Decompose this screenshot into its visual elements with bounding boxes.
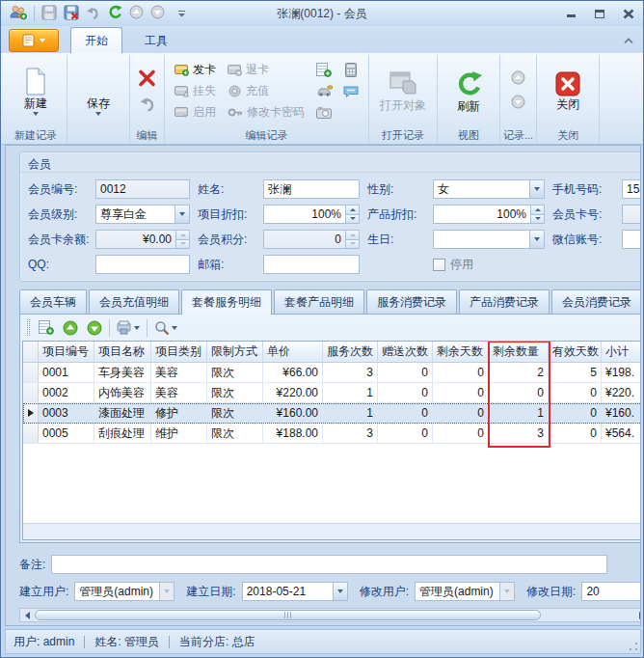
qat-save-close-button[interactable] (64, 5, 79, 23)
record-prev-button[interactable] (511, 70, 525, 88)
undo-button[interactable] (139, 96, 156, 115)
horizontal-scrollbar[interactable] (19, 608, 641, 622)
card-return-icon (228, 64, 242, 76)
tab-member-consume-record[interactable]: 会员消费记录 (551, 289, 641, 314)
column-header-subtotal[interactable]: 小计 (602, 342, 641, 362)
table-row-0003[interactable]: 0003漆面处理修护限次¥160.0010010¥160. (23, 403, 641, 424)
group-save: 保存 (67, 55, 129, 144)
column-header-limit-mode[interactable]: 限制方式 (207, 342, 263, 362)
preview-dropdown-icon (172, 326, 177, 330)
birthday-field[interactable] (433, 230, 529, 249)
column-header-service-count[interactable]: 服务次数 (323, 342, 378, 362)
column-header-item-no[interactable]: 项目编号 (39, 342, 94, 362)
gender-field[interactable]: 女 (433, 179, 529, 199)
product-discount-spinner[interactable] (531, 205, 545, 224)
record-next-button[interactable] (511, 95, 525, 112)
column-header-item-category[interactable]: 项目类别 (151, 342, 207, 362)
qat-refresh-button[interactable] (107, 5, 122, 22)
vehicle-button[interactable] (313, 82, 335, 100)
preview-button[interactable] (152, 318, 179, 338)
group-open-record-label: 打开记录 (372, 127, 434, 144)
new-button[interactable]: 新建 (12, 65, 60, 119)
column-header-remain-qty[interactable]: 剩余数量 (489, 342, 549, 362)
move-up-button[interactable] (61, 318, 80, 338)
column-header-valid-days[interactable]: 有效天数 (549, 342, 602, 362)
item-discount-spinner[interactable] (346, 205, 360, 224)
member-name-label: 姓名: (198, 181, 263, 198)
minimize-button[interactable] (564, 8, 577, 19)
points-spin-down (346, 240, 360, 250)
report-loss-button: 挂失 (172, 82, 219, 100)
delete-button[interactable] (137, 69, 157, 91)
add-record-button[interactable] (37, 318, 56, 338)
table-row-0001[interactable]: 0001车身美容美容限次¥66.0030025¥198. (23, 363, 641, 383)
qat-undo-button[interactable] (86, 6, 100, 22)
scroll-right-button[interactable] (634, 609, 641, 621)
tab-recharge-detail[interactable]: 会员充值明细 (89, 289, 179, 314)
calculator-button[interactable] (340, 61, 362, 79)
qq-field[interactable] (95, 255, 190, 274)
qat-next-record-button[interactable] (150, 5, 165, 22)
move-down-button[interactable] (85, 318, 104, 338)
mobile-field[interactable]: 158 (622, 179, 641, 199)
wechat-field[interactable] (622, 230, 641, 249)
close-form-button[interactable]: 关闭 (544, 69, 592, 114)
ribbon-tab-start[interactable]: 开始 (70, 27, 122, 53)
record-add-button[interactable] (313, 61, 335, 79)
record-add-icon (316, 63, 332, 77)
cell-unit-price: ¥66.00 (263, 363, 323, 382)
scrollbar-thumb[interactable] (35, 610, 541, 620)
column-header-remain-days[interactable]: 剩余天数 (433, 342, 489, 362)
column-header-unit-price[interactable]: 单价 (263, 342, 323, 362)
table-row-0002[interactable]: 0002内饰美容美容限次¥220.0010000¥220. (23, 383, 641, 403)
ribbon-tab-tools[interactable]: 工具 (130, 27, 182, 53)
cell-item-name: 漆面处理 (94, 403, 151, 423)
export-button[interactable] (115, 318, 142, 338)
modified-by-label: 修改用户: (360, 584, 409, 600)
tab-package-product-detail[interactable]: 套餐产品明细 (274, 289, 364, 314)
created-by-dropdown-button (159, 582, 174, 601)
maximize-button[interactable] (593, 8, 606, 19)
group-record-nav: 记录... (499, 55, 536, 144)
tab-service-consume-record[interactable]: 服务消费记录 (366, 289, 457, 314)
issue-card-button[interactable]: 发卡 (172, 61, 219, 79)
close-button[interactable] (622, 8, 635, 19)
row-arrow-icon (28, 409, 34, 417)
tab-product-consume-record[interactable]: 产品消费记录 (459, 289, 550, 314)
disabled-checkbox[interactable] (433, 259, 445, 271)
resize-grip-icon[interactable] (629, 642, 637, 650)
ribbon-collapse-button[interactable] (624, 34, 633, 47)
message-button[interactable] (340, 82, 362, 100)
column-header-item-name[interactable]: 项目名称 (94, 342, 151, 362)
calculator-icon (345, 63, 357, 77)
email-field[interactable] (263, 255, 360, 274)
photo-button[interactable] (313, 103, 335, 122)
member-groupbox: 会员 会员编号:0012姓名:张澜性别:女手机号码:158会员级别:尊享白金项目… (19, 151, 641, 282)
item-discount-field[interactable]: 100% (263, 205, 346, 224)
tab-package-service-detail[interactable]: 套餐服务明细 (181, 289, 272, 315)
scroll-left-button[interactable] (20, 609, 35, 621)
member-name-field[interactable]: 张澜 (263, 179, 360, 199)
qat-prev-record-button[interactable] (129, 5, 144, 22)
group-new-record: 新建 新建记录 (5, 55, 67, 144)
birthday-dropdown-button[interactable] (529, 230, 545, 249)
table-row-0005[interactable]: 0005刮痕处理维护限次¥188.0030030¥564. (23, 424, 641, 444)
qq-label: QQ: (28, 258, 95, 271)
key-icon (228, 106, 243, 119)
app-menu-button[interactable] (9, 29, 59, 52)
created-date-combo[interactable]: 2018-05-21 (242, 582, 348, 601)
member-level-dropdown-button[interactable] (174, 205, 190, 224)
remark-input[interactable] (51, 555, 607, 574)
tab-member-vehicle[interactable]: 会员车辆 (19, 289, 87, 314)
refresh-button[interactable]: 刷新 (444, 68, 493, 116)
client-area: 会员 会员编号:0012姓名:张澜性别:女手机号码:158会员级别:尊享白金项目… (5, 145, 641, 626)
member-level-field[interactable]: 尊享白金 (95, 205, 174, 224)
column-header-gift-count[interactable]: 赠送次数 (378, 342, 433, 362)
gender-dropdown-button[interactable] (529, 179, 545, 199)
created-date-dropdown-button[interactable] (333, 582, 348, 601)
product-discount-field[interactable]: 100% (433, 205, 531, 224)
qat-customize-button[interactable] (177, 7, 186, 20)
save-button[interactable]: 保存 (74, 65, 122, 119)
cell-gift-count: 0 (378, 363, 433, 382)
qat-save-button[interactable] (41, 5, 57, 23)
